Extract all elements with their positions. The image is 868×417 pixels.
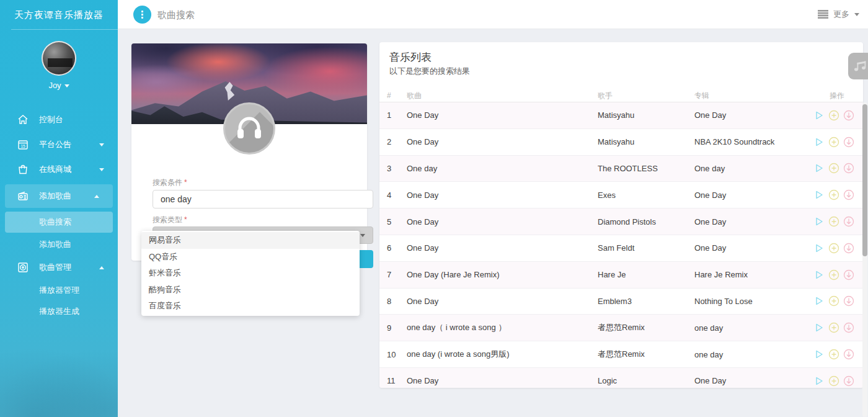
play-icon xyxy=(813,375,825,387)
cell-album: One Day xyxy=(694,191,806,200)
headphones-avatar xyxy=(223,102,275,155)
play-button[interactable] xyxy=(813,137,825,148)
sidebar-item-song-management[interactable]: 歌曲管理 xyxy=(0,255,118,280)
cell-index: 11 xyxy=(379,376,407,385)
add-button[interactable] xyxy=(828,295,839,307)
col-artist: 歌手 xyxy=(598,91,694,101)
play-icon xyxy=(813,110,825,121)
sidebar-subitem-label: 添加歌曲 xyxy=(39,239,71,250)
table-row: 6 One Day Sam Feldt One Day xyxy=(379,235,863,262)
add-button[interactable] xyxy=(828,269,839,280)
search-condition-input[interactable] xyxy=(153,190,373,208)
cell-album: One day xyxy=(694,164,806,173)
download-circle-icon xyxy=(843,110,854,121)
headphones-icon xyxy=(235,115,264,140)
download-button[interactable] xyxy=(843,375,854,387)
add-button[interactable] xyxy=(828,375,839,387)
add-circle-icon xyxy=(828,269,839,280)
app-title: 天方夜谭音乐播放器 xyxy=(0,0,118,21)
add-circle-icon xyxy=(828,137,839,148)
results-title: 音乐列表 xyxy=(389,50,432,65)
download-button[interactable] xyxy=(843,137,854,148)
add-button[interactable] xyxy=(828,243,839,254)
sidebar-menu: 控制台 15 平台公告 在线商城 添加歌曲 歌曲搜索 添加歌曲 歌曲管理 xyxy=(0,107,118,322)
cell-album: Nothing To Lose xyxy=(694,297,806,306)
add-button[interactable] xyxy=(828,189,839,200)
play-icon xyxy=(813,189,825,200)
add-button[interactable] xyxy=(828,216,839,227)
search-type-dropdown: 网易音乐 QQ音乐 虾米音乐 酷狗音乐 百度音乐 xyxy=(141,231,360,316)
dropdown-option[interactable]: 百度音乐 xyxy=(141,298,360,315)
sidebar-subitem-add-song[interactable]: 添加歌曲 xyxy=(0,234,118,255)
cell-song: One Day xyxy=(407,110,598,120)
cell-album: One Day xyxy=(694,217,806,226)
table-row: 3 One day The ROOTLESS One day xyxy=(379,156,863,182)
cell-artist: Emblem3 xyxy=(598,297,694,306)
play-button[interactable] xyxy=(813,163,825,174)
cell-index: 7 xyxy=(379,270,407,279)
play-button[interactable] xyxy=(813,295,825,307)
chevron-up-icon xyxy=(94,195,99,198)
download-button[interactable] xyxy=(843,110,854,121)
add-button[interactable] xyxy=(828,163,839,174)
play-button[interactable] xyxy=(813,189,825,200)
download-button[interactable] xyxy=(843,295,854,307)
play-button[interactable] xyxy=(813,216,825,227)
sidebar-item-mall[interactable]: 在线商城 xyxy=(0,157,118,182)
cell-artist: Hare Je xyxy=(598,270,694,279)
info-button[interactable] xyxy=(133,6,151,24)
play-button[interactable] xyxy=(813,243,825,254)
table-row: 2 One Day Matisyahu NBA 2K10 Soundtrack xyxy=(379,129,863,156)
play-button[interactable] xyxy=(813,349,825,360)
more-menu[interactable]: 更多 xyxy=(818,9,859,20)
add-circle-icon xyxy=(828,243,839,254)
cell-song: One Day xyxy=(407,217,598,226)
sidebar-subitem-song-search[interactable]: 歌曲搜索 xyxy=(5,212,113,233)
download-button[interactable] xyxy=(843,322,854,333)
add-circle-icon xyxy=(828,375,839,387)
download-button[interactable] xyxy=(843,269,854,280)
sidebar-subitem-player-management[interactable]: 播放器管理 xyxy=(0,280,118,301)
download-button[interactable] xyxy=(843,216,854,227)
play-button[interactable] xyxy=(813,322,825,333)
user-menu[interactable]: Joy xyxy=(0,81,118,90)
cell-artist: Matisyahu xyxy=(598,137,694,146)
chevron-down-icon xyxy=(854,13,859,16)
play-button[interactable] xyxy=(813,110,825,121)
cell-artist: The ROOTLESS xyxy=(598,164,694,173)
download-button[interactable] xyxy=(843,163,854,174)
results-scrollbar xyxy=(862,102,867,417)
table-row: 4 One Day Exes One Day xyxy=(379,182,863,208)
dropdown-option[interactable]: 虾米音乐 xyxy=(141,265,360,282)
cell-song: One Day xyxy=(407,376,598,385)
sidebar-item-console[interactable]: 控制台 xyxy=(0,107,118,132)
avatar[interactable] xyxy=(42,41,76,76)
disc-icon xyxy=(17,262,29,273)
calendar-icon: 15 xyxy=(17,139,29,150)
cell-artist: Logic xyxy=(598,376,694,385)
sidebar: 天方夜谭音乐播放器 Joy 控制台 15 平台公告 在线商城 添加歌曲 歌曲搜索 xyxy=(0,0,118,417)
add-button[interactable] xyxy=(828,349,839,360)
music-note-tab[interactable] xyxy=(848,53,868,79)
download-circle-icon xyxy=(843,163,854,174)
search-type-label: 搜索类型* xyxy=(153,215,187,225)
dropdown-option[interactable]: 网易音乐 xyxy=(141,232,360,249)
dropdown-option[interactable]: QQ音乐 xyxy=(141,249,360,266)
sidebar-item-add-songs[interactable]: 添加歌曲 xyxy=(5,184,113,208)
play-button[interactable] xyxy=(813,375,825,387)
scrollbar-thumb[interactable] xyxy=(862,104,867,256)
sidebar-item-announcements[interactable]: 15 平台公告 xyxy=(0,132,118,157)
add-button[interactable] xyxy=(828,137,839,148)
download-button[interactable] xyxy=(843,349,854,360)
sidebar-item-label: 控制台 xyxy=(39,114,63,125)
sidebar-item-label: 歌曲管理 xyxy=(39,262,71,273)
add-button[interactable] xyxy=(828,110,839,121)
cell-album: one day xyxy=(694,323,806,333)
sidebar-subitem-player-generate[interactable]: 播放器生成 xyxy=(0,301,118,322)
download-button[interactable] xyxy=(843,189,854,200)
play-button[interactable] xyxy=(813,269,825,280)
play-icon xyxy=(813,216,825,227)
dropdown-option[interactable]: 酷狗音乐 xyxy=(141,282,360,298)
add-button[interactable] xyxy=(828,322,839,333)
download-button[interactable] xyxy=(843,243,854,254)
